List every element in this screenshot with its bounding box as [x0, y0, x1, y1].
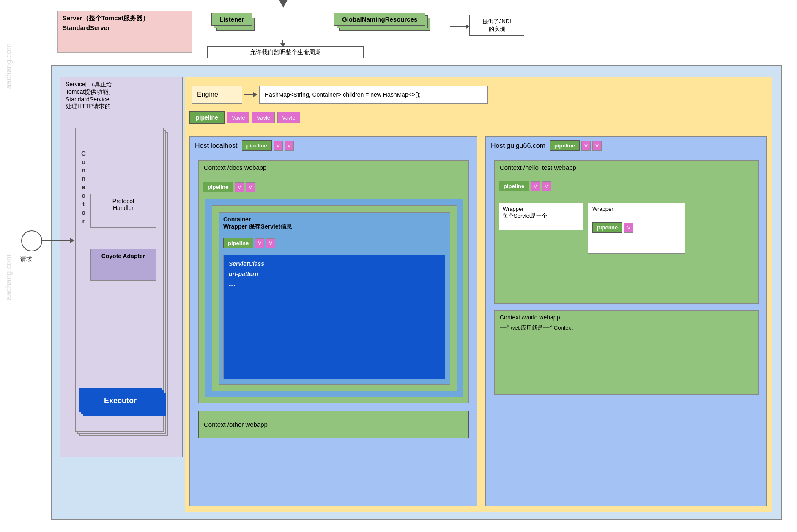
main-outer-box: Service[]（真正给 Tomcat提供功能） StandardServic… [51, 65, 782, 520]
host-localhost-pipeline-row: pipeline V V [242, 140, 294, 151]
context-inner1: Container Wrapper 保存Servlet信息 pipeline V… [205, 199, 463, 397]
arrow-engine [244, 94, 257, 95]
servlet-inner-area: ServletClass url-pattern .... [223, 255, 445, 379]
gnr-group: GlobalNamingResources [334, 13, 425, 26]
service-label3: StandardService [66, 96, 177, 103]
context-other-label: Context /other webapp [204, 421, 268, 428]
context-world-sublabel: 一个web应用就是一个Context [495, 324, 758, 332]
wrapper-right-area: Wrapper pipeline V [588, 203, 685, 254]
context-hello-label: Context /hello_test webapp [495, 161, 758, 175]
host-guigu-v1: V [581, 141, 591, 151]
context-docs-area: Context /docs webapp pipeline V V [198, 160, 469, 403]
inner-v1: V [255, 238, 264, 248]
arrow-engine-head [253, 92, 257, 97]
protocol-handler-box: Protocol Handler [90, 194, 156, 228]
context-docs-v2: V [246, 182, 255, 192]
connector-label: Connector [80, 150, 87, 226]
host-localhost-pipeline: pipeline [242, 140, 272, 151]
engine-vavle-3: Vavle [277, 112, 300, 123]
hello-pipeline: pipeline [499, 181, 529, 191]
service-label4: 处理HTTP请求的 [66, 103, 177, 110]
top-arrow-icon [279, 0, 288, 8]
diagram-container: aachang.com aachang.com Server（整个Tomcat服… [0, 0, 797, 532]
container-wrapper-label1: Container [223, 216, 251, 223]
inner-pipeline-row: pipeline V V [223, 238, 275, 248]
engine-pipeline-box: pipeline [189, 111, 225, 124]
wrapper-right-v: V [624, 223, 633, 233]
engine-vavle-2: Vavle [252, 112, 275, 123]
servlet-class-label3: .... [229, 281, 440, 287]
request-label: 请求 [20, 256, 32, 263]
coyote-adapter-box: Coyote Adapter [90, 249, 156, 281]
jndi-box: 提供了JNDI 的实现 [469, 15, 524, 36]
host-guigu-header: Host guigu66.com pipeline V V [486, 137, 766, 154]
host-localhost-area: Host localhost pipeline V V Context /doc… [189, 136, 477, 506]
host-localhost-v2: V [285, 141, 294, 151]
request-arrow [42, 240, 74, 241]
service-label1: Service[]（真正给 [66, 81, 177, 88]
connector-layer-1: Connector Protocol Handler Coyote Adapte… [75, 128, 164, 432]
service-label2: Tomcat提供功能） [66, 88, 177, 96]
context-docs-pipeline: pipeline [203, 182, 233, 192]
context-docs-label: Context /docs webapp [199, 161, 468, 175]
context-world-label: Context /world webapp [495, 311, 758, 324]
engine-pipeline-row: pipeline Vavle Vavle Vavle [189, 111, 300, 124]
arrow-gnr-jndi [450, 26, 469, 27]
wrapper-right-label: Wrapper [588, 203, 685, 215]
context-inner3: Container Wrapper 保存Servlet信息 pipeline V… [219, 212, 450, 385]
servlet-class-label2: url-pattern [229, 270, 440, 277]
hello-v1: V [531, 181, 540, 191]
wrapper-left-box: Wrapper 每个Servlet是一个 [499, 203, 583, 230]
hello-pipeline-row: pipeline V V [499, 181, 551, 191]
gnr-box-1: GlobalNamingResources [334, 13, 425, 26]
context-hello-area: Context /hello_test webapp pipeline V V … [494, 160, 759, 304]
host-guigu-v2: V [592, 141, 602, 151]
container-wrapper-label2: Wrapper 保存Servlet信息 [223, 223, 292, 231]
host-guigu-pipeline: pipeline [550, 140, 580, 151]
listener-box-1: Listener [211, 13, 252, 26]
engine-vavle-1: Vavle [227, 112, 250, 123]
host-localhost-label: Host localhost [195, 142, 238, 150]
host-guigu-label: Host guigu66.com [491, 142, 545, 150]
inner-v2: V [266, 238, 275, 248]
servlet-class-label1: ServletClass [229, 260, 440, 267]
context-other-area: Context /other webapp [198, 411, 469, 438]
hashmap-label: HashMap<String, Container> children = ne… [259, 86, 488, 104]
server-label2: StandardServer [63, 24, 187, 31]
context-world-area: Context /world webapp 一个web应用就是一个Context [494, 310, 759, 395]
context-docs-pipeline-row: pipeline V V [203, 182, 255, 192]
watermark-bottom: aachang.com [4, 254, 13, 300]
host-guigu-area: Host guigu66.com pipeline V V Context /h… [485, 136, 767, 506]
inner-pipeline: pipeline [223, 238, 253, 248]
listener-group: Listener [211, 13, 249, 26]
host-guigu-pipeline-row: pipeline V V [550, 140, 602, 151]
executor-group: Executor [79, 388, 162, 412]
context-inner2: Container Wrapper 保存Servlet信息 pipeline V… [212, 205, 457, 391]
host-localhost-v1: V [274, 141, 283, 151]
request-circle [21, 230, 42, 251]
arrow-lifecycle [282, 40, 283, 47]
hello-v2: V [542, 181, 551, 191]
wrapper-right-pipeline-row: pipeline V [592, 222, 633, 233]
lifecycle-label: 允许我们监听整个生命周期 [207, 46, 364, 58]
watermark-top: aachang.com [4, 43, 13, 89]
engine-area: Engine HashMap<String, Container> childr… [185, 77, 772, 512]
host-localhost-header: Host localhost pipeline V V [190, 137, 477, 154]
executor-box: Executor [79, 388, 162, 412]
server-label1: Server（整个Tomcat服务器） [63, 14, 187, 22]
server-box: Server（整个Tomcat服务器） StandardServer [57, 11, 192, 53]
wrapper-right-pipeline: pipeline [592, 222, 622, 233]
context-docs-v1: V [235, 182, 244, 192]
engine-box: Engine [192, 86, 242, 104]
